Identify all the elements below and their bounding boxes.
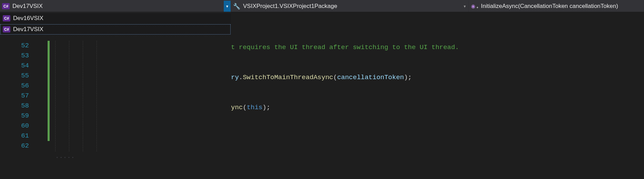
code-line-52: ····· [0,153,644,163]
csharp-icon: C# [3,26,10,32]
csharp-icon: C# [3,15,10,21]
code-token: cancellationToken [337,74,404,81]
dropdown-item-label: Dev16VSIX [13,15,43,22]
member-dropdown-label: InitializeAsync(CancellationToken cancel… [481,3,618,10]
code-token: SwitchToMainThreadAsync [243,74,333,81]
project-dropdown-label: Dev17VSIX [12,3,43,10]
dropdown-item-dev17[interactable]: C# Dev17VSIX [0,24,231,35]
project-dropdown[interactable]: C# Dev17VSIX ▼ [0,1,231,12]
project-dropdown-list[interactable]: C# Dev16VSIX C# Dev17VSIX [0,12,231,35]
code-token: ry [231,74,239,81]
comment-text: t requires the UI thread after switching… [231,44,459,51]
code-line: ync(this); [0,103,644,113]
csharp-icon: C# [2,3,10,9]
dropdown-item-label: Dev17VSIX [13,26,43,33]
code-token: this [247,104,263,111]
navigation-bar: C# Dev17VSIX ▼ 🔧 VSIXProject1.VSIXProjec… [0,0,644,12]
class-dropdown-label: VSIXProject1.VSIXProject1Package [243,3,337,10]
code-area[interactable]: t requires the UI thread after switching… [0,12,644,179]
member-dropdown[interactable]: ◉✦ InitializeAsync(CancellationToken can… [469,1,644,12]
class-icon: 🔧 [233,3,240,10]
method-icon: ◉ [471,3,475,9]
dropdown-item-dev16[interactable]: C# Dev16VSIX [0,13,231,24]
code-editor[interactable]: 52 53 54 55 56 57 58 59 60 61 62 t requi… [0,12,644,179]
new-star-icon: ✦ [476,6,479,9]
code-line: ry.SwitchToMainThreadAsync(cancellationT… [0,73,644,83]
code-token: ync [231,104,243,111]
dropdown-arrow-icon[interactable]: ▼ [224,1,231,12]
chevron-down-icon: ▼ [463,4,466,8]
class-dropdown[interactable]: 🔧 VSIXProject1.VSIXProject1Package ▼ [231,1,469,12]
code-line: t requires the UI thread after switching… [0,43,644,53]
